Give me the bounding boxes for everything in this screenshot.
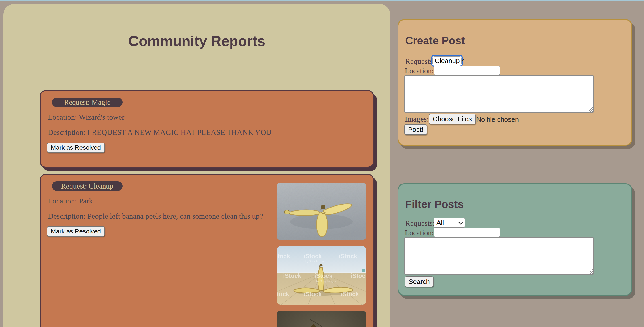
istock-watermark: iStock bbox=[283, 273, 301, 280]
no-file-chosen-text: No file chosen bbox=[476, 116, 519, 123]
chevron-down-icon bbox=[461, 58, 464, 61]
page-title: Community Reports bbox=[3, 33, 390, 49]
request-type-selected-value: Cleanup bbox=[435, 57, 460, 64]
banana-peel-pavement-illustration bbox=[277, 183, 366, 240]
mark-as-resolved-button[interactable]: Mark as Resolved bbox=[47, 142, 105, 153]
istock-watermark: iStock bbox=[350, 273, 366, 280]
page: Community Reports Request: Magic Locatio… bbox=[0, 0, 644, 327]
istock-watermark: iStock bbox=[341, 291, 359, 298]
requests-label: Requests bbox=[405, 57, 433, 66]
post-button[interactable]: Post! bbox=[404, 124, 427, 135]
filter-posts-heading: Filter Posts bbox=[405, 198, 464, 210]
resize-handle-icon[interactable] bbox=[588, 269, 594, 274]
location-label: Location: bbox=[405, 66, 434, 75]
istock-watermark-subtext: by Getty Images bbox=[306, 260, 325, 263]
request-type-select[interactable]: Cleanup bbox=[432, 56, 462, 66]
description-filter-textarea[interactable] bbox=[404, 237, 594, 275]
istock-watermark: iStock bbox=[304, 253, 322, 260]
istock-watermark: iStock bbox=[304, 291, 322, 298]
chevron-down-icon bbox=[458, 220, 463, 225]
istock-watermark-subtext: by Getty Images bbox=[316, 280, 336, 283]
description-textarea[interactable] bbox=[404, 75, 594, 113]
resize-handle-icon[interactable] bbox=[588, 107, 594, 112]
location-label: Location: bbox=[405, 229, 434, 237]
community-reports-panel: Community Reports Request: Magic Locatio… bbox=[3, 4, 390, 327]
istock-watermark: iStock bbox=[314, 273, 332, 280]
request-filter-selected-value: All bbox=[436, 219, 444, 227]
istock-watermark: iStock bbox=[339, 253, 357, 260]
report-location: Location: Wizard's tower bbox=[48, 113, 124, 121]
report-description: Description: People left banana peels he… bbox=[48, 212, 263, 221]
report-card-magic: Request: Magic Location: Wizard's tower … bbox=[40, 90, 374, 168]
request-type-badge: Request: Cleanup bbox=[52, 181, 122, 191]
photo-banana-peel-on-gray-pavement bbox=[277, 183, 366, 240]
istock-watermark: iStock bbox=[277, 253, 290, 260]
request-filter-select[interactable]: All bbox=[434, 218, 465, 228]
create-post-heading: Create Post bbox=[405, 34, 465, 47]
photo-banana-peel-on-dark-asphalt bbox=[277, 311, 366, 327]
report-card-cleanup: Request: Cleanup Location: Park Descript… bbox=[40, 174, 374, 327]
mark-as-resolved-button[interactable]: Mark as Resolved bbox=[47, 226, 105, 237]
istock-watermark: iStock bbox=[277, 291, 289, 298]
photo-banana-peel-standing-on-boardwalk: iStock iStock iStock by Getty Images iSt… bbox=[277, 246, 366, 305]
viewport-top-strip bbox=[0, 0, 644, 1]
banana-peel-dark-asphalt-illustration bbox=[277, 311, 366, 327]
request-type-badge: Request: Magic bbox=[52, 98, 122, 107]
report-description: Description: I REQUEST A NEW MAGIC HAT P… bbox=[48, 128, 272, 137]
requests-label: Requests: bbox=[405, 219, 435, 228]
filter-posts-panel: Filter Posts Requests: All Location: Sea… bbox=[398, 183, 632, 296]
images-label: Images: bbox=[405, 115, 429, 123]
create-post-panel: Create Post Requests Cleanup Location: I… bbox=[398, 19, 632, 146]
report-location: Location: Park bbox=[48, 197, 93, 205]
location-filter-input[interactable] bbox=[434, 228, 500, 237]
choose-files-button[interactable]: Choose Files bbox=[429, 114, 476, 124]
report-photos: iStock iStock iStock by Getty Images iSt… bbox=[277, 183, 366, 327]
search-button[interactable]: Search bbox=[405, 276, 434, 287]
location-input[interactable] bbox=[434, 66, 500, 75]
